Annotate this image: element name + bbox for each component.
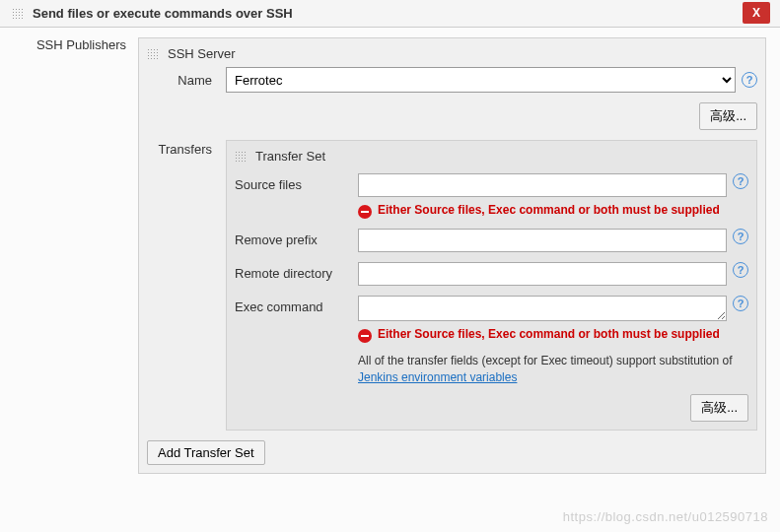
remote-directory-label: Remote directory — [235, 262, 358, 281]
remote-directory-input[interactable] — [358, 262, 727, 286]
header-title: Send files or execute commands over SSH — [33, 6, 293, 21]
help-icon[interactable]: ? — [733, 173, 748, 189]
error-text: Either Source files, Exec command or bot… — [378, 327, 720, 342]
validation-error: Either Source files, Exec command or bot… — [358, 327, 748, 343]
error-icon — [358, 205, 372, 219]
transfers-label: Transfers — [147, 140, 226, 431]
drag-handle-icon[interactable] — [12, 8, 23, 19]
help-note: All of the transfer fields (except for E… — [358, 353, 748, 386]
transfer-set-title: Transfer Set — [255, 149, 325, 164]
exec-command-input[interactable] — [358, 296, 727, 321]
source-files-input[interactable] — [358, 173, 727, 197]
help-note-text: All of the transfer fields (except for E… — [358, 354, 733, 367]
error-text: Either Source files, Exec command or bot… — [378, 203, 720, 218]
name-select[interactable]: Ferrotec — [226, 67, 736, 93]
advanced-button[interactable]: 高级... — [699, 102, 757, 130]
drag-handle-icon[interactable] — [235, 151, 246, 162]
transfer-set-container: Transfer Set Source files ? Either Sourc… — [226, 140, 757, 431]
ssh-server-title: SSH Server — [168, 46, 236, 61]
validation-error: Either Source files, Exec command or bot… — [358, 203, 748, 219]
add-transfer-set-button[interactable]: Add Transfer Set — [147, 440, 265, 465]
help-icon[interactable]: ? — [733, 296, 748, 311]
error-icon — [358, 329, 372, 343]
help-icon[interactable]: ? — [742, 72, 757, 88]
advanced-button[interactable]: 高级... — [690, 394, 748, 422]
ssh-publishers-label: SSH Publishers — [36, 37, 126, 52]
source-files-label: Source files — [235, 173, 358, 192]
close-button[interactable]: X — [743, 2, 770, 24]
env-vars-link[interactable]: Jenkins environment variables — [358, 370, 517, 384]
watermark: https://blog.csdn.net/u012590718 — [563, 509, 768, 524]
exec-command-label: Exec command — [235, 296, 358, 314]
remove-prefix-label: Remove prefix — [235, 229, 358, 247]
section-header: Send files or execute commands over SSH … — [0, 0, 780, 28]
drag-handle-icon[interactable] — [147, 48, 158, 59]
ssh-server-container: SSH Server Name Ferrotec ? 高级... Transfe… — [138, 37, 766, 474]
remove-prefix-input[interactable] — [358, 229, 727, 252]
help-icon[interactable]: ? — [733, 262, 748, 278]
help-icon[interactable]: ? — [733, 229, 748, 244]
name-label: Name — [147, 73, 226, 88]
